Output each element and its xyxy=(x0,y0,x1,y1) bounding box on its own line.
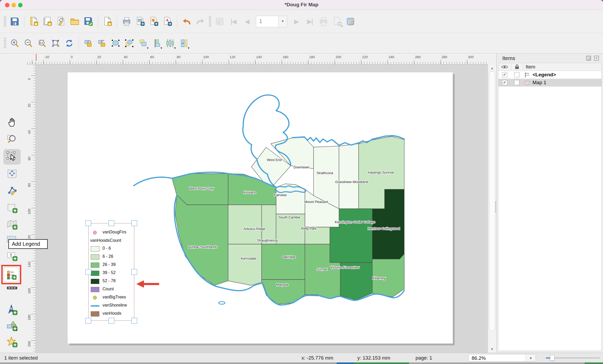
status-bar: 1 item selected x: -25.776 mm y: 132.153… xyxy=(0,353,603,362)
add-north-arrow-button[interactable]: N xyxy=(4,302,20,317)
toolbar-grip[interactable] xyxy=(4,38,6,49)
zoom-level-combobox[interactable]: 86.2% ▼ xyxy=(468,354,536,362)
atlas-preview-button[interactable] xyxy=(213,14,227,29)
redo-button[interactable] xyxy=(193,14,207,29)
first-feature-button[interactable]: |◀ xyxy=(227,14,240,29)
item-column-header: Item xyxy=(523,63,601,71)
legend-swatch xyxy=(91,246,99,251)
scrollbar-thumb[interactable] xyxy=(489,71,495,331)
lock-checkbox[interactable] xyxy=(514,80,519,85)
visibility-checkbox[interactable]: ✓ xyxy=(502,80,507,85)
new-layout-icon xyxy=(29,17,39,26)
selection-handle[interactable] xyxy=(109,220,114,226)
atlas-page-value: 1 xyxy=(256,16,278,27)
selection-handle[interactable] xyxy=(131,220,137,226)
add-3d-map-button[interactable] xyxy=(4,217,20,232)
selection-handle[interactable] xyxy=(109,318,114,324)
refresh-button[interactable] xyxy=(62,36,76,51)
atlas-page-dropdown[interactable]: ▼ xyxy=(278,16,287,27)
items-row--legend-[interactable]: ✓<Legend> xyxy=(498,71,601,79)
lock-checkbox[interactable] xyxy=(514,72,519,77)
unlock-items-button[interactable] xyxy=(95,36,109,51)
add-label-button[interactable]: T xyxy=(4,248,20,263)
open-folder-button[interactable] xyxy=(68,14,82,29)
pan-tool-button[interactable] xyxy=(4,115,20,130)
atlas-page-combobox[interactable]: 1 ▼ xyxy=(256,16,287,27)
legend-item[interactable]: vanDougFirsvanHoodsCount0 - 66 - 2626 - … xyxy=(88,223,134,321)
ruler-tick-label: 20 xyxy=(97,55,101,59)
add-scalebar-button[interactable] xyxy=(4,283,20,293)
map-region-label: Grandview-Woodland xyxy=(335,180,368,184)
zoom-in-button[interactable] xyxy=(8,36,21,51)
export-image-button[interactable] xyxy=(133,14,147,29)
zoom-actual-button[interactable]: 1:1 xyxy=(35,36,49,51)
selection-handle[interactable] xyxy=(131,318,137,324)
zoom-tool-button[interactable] xyxy=(4,131,20,146)
selection-handle[interactable] xyxy=(85,318,91,324)
raise-items-button[interactable]: ▼ xyxy=(136,36,150,51)
ruler-tick-label: 140 xyxy=(256,55,262,59)
ruler-tick-label: 300 xyxy=(468,55,474,59)
previous-feature-button[interactable]: ◀ xyxy=(240,14,254,29)
scroll-up-icon[interactable]: ▲ xyxy=(488,66,496,70)
zoom-slider-thumb[interactable] xyxy=(550,355,554,361)
export-atlas-button[interactable]: ▼ xyxy=(330,14,344,29)
horizontal-ruler: -200204060801001201401601802002202402602… xyxy=(26,53,488,65)
legend-entry: 0 - 6 xyxy=(89,245,134,252)
print-atlas-button[interactable] xyxy=(317,14,330,29)
ruler-tick-label: 140 xyxy=(27,259,31,270)
ungroup-items-button[interactable] xyxy=(122,36,136,51)
zoom-full-button[interactable] xyxy=(49,36,62,51)
add-legend-button[interactable] xyxy=(4,267,19,282)
close-panel-icon[interactable]: × xyxy=(594,56,599,61)
zoom-out-button[interactable] xyxy=(21,36,35,51)
export-pdf-icon: A xyxy=(163,17,173,26)
next-feature-button[interactable]: ▶ xyxy=(289,14,303,29)
add-marker-button[interactable] xyxy=(4,334,20,350)
chevron-down-icon: ▼ xyxy=(146,46,149,50)
shoreline-islet xyxy=(219,302,225,304)
layout-canvas[interactable]: West EndDowntownStrathconaGrandview-Wood… xyxy=(36,65,488,353)
zoom-dropdown[interactable]: ▼ xyxy=(526,354,536,361)
layout-manager-button[interactable] xyxy=(54,14,68,29)
items-row-map-1[interactable]: ✓Map 1 xyxy=(498,79,601,87)
select-move-tool-button[interactable] xyxy=(4,149,20,164)
distribute-items-button[interactable]: ▼ xyxy=(163,36,177,51)
undo-button[interactable] xyxy=(180,14,193,29)
move-content-icon xyxy=(7,168,18,179)
add-pages-button[interactable] xyxy=(101,14,114,29)
print-button[interactable] xyxy=(120,14,133,29)
save-as-template-button[interactable] xyxy=(82,14,95,29)
scroll-down-icon[interactable]: ▼ xyxy=(488,347,496,351)
map-region-label: Sunset xyxy=(317,267,327,271)
last-feature-button[interactable]: ▶| xyxy=(303,14,317,29)
save-project-button[interactable] xyxy=(8,14,21,29)
export-pdf-button[interactable]: A xyxy=(161,14,174,29)
float-panel-icon[interactable]: ❏ xyxy=(586,56,591,61)
legend-swatch xyxy=(91,254,99,260)
resize-items-button[interactable]: ▼ xyxy=(177,36,191,51)
lock-items-button[interactable] xyxy=(82,36,95,51)
add-map-button[interactable] xyxy=(4,200,20,215)
legend-entry-label: 26 - 39 xyxy=(103,262,116,267)
atlas-settings-button[interactable] xyxy=(344,14,358,29)
layout-manager-icon xyxy=(56,17,66,26)
align-items-button[interactable]: ▼ xyxy=(150,36,163,51)
selection-handle[interactable] xyxy=(85,269,91,275)
export-svg-button[interactable] xyxy=(147,14,161,29)
export-image-icon xyxy=(135,17,145,26)
selection-handle[interactable] xyxy=(131,269,137,275)
duplicate-layout-button[interactable] xyxy=(41,14,54,29)
visibility-checkbox[interactable]: ✓ xyxy=(502,72,507,77)
edit-nodes-tool-button[interactable] xyxy=(4,183,20,198)
ruler-tick-label: 80 xyxy=(27,180,31,190)
group-items-button[interactable] xyxy=(109,36,122,51)
new-layout-button[interactable] xyxy=(27,14,41,29)
items-table-body: ✓<Legend>✓Map 1 xyxy=(498,71,602,351)
toolbar-grip[interactable] xyxy=(4,16,6,27)
add-shape-button[interactable] xyxy=(4,318,20,333)
move-content-tool-button[interactable] xyxy=(4,166,20,181)
selection-handle[interactable] xyxy=(85,220,91,226)
map-region-label: Kensington-Cedar Cottage xyxy=(335,220,375,224)
toolbar-grip[interactable] xyxy=(209,16,211,27)
